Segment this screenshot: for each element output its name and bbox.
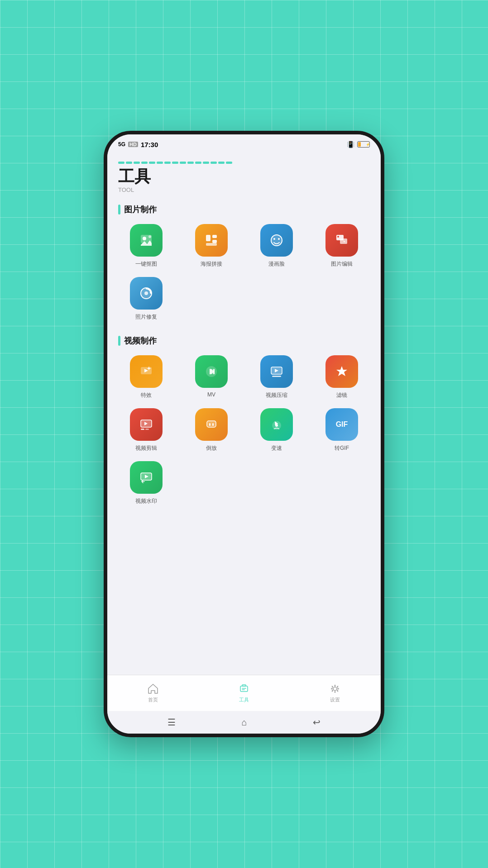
section-title-video: 视频制作	[124, 335, 157, 346]
tool-repair[interactable]: 照片修复	[118, 277, 174, 321]
section-dot-video	[118, 336, 120, 346]
section-header-video: 视频制作	[118, 335, 370, 346]
tool-cutout[interactable]: 一键抠图	[118, 224, 174, 268]
svg-point-15	[144, 291, 148, 295]
svg-point-9	[278, 238, 280, 240]
svg-rect-6	[206, 243, 217, 246]
svg-marker-23	[336, 366, 347, 376]
battery-icon: ⚡	[357, 141, 370, 148]
filter-icon-bg	[325, 355, 358, 388]
filter-label: 滤镜	[336, 391, 347, 399]
nav-settings[interactable]: 设置	[320, 679, 350, 707]
tool-watermark[interactable]: 视频水印	[118, 461, 174, 505]
cutout-icon-bg	[130, 224, 163, 257]
tool-gif[interactable]: GIF 转GIF	[314, 408, 370, 452]
watermark-icon-bg	[130, 461, 163, 494]
poster-icon-bg	[195, 224, 228, 257]
status-time: 17:30	[141, 141, 158, 148]
reverse-icon-bg	[195, 408, 228, 441]
svg-point-8	[273, 238, 275, 240]
tool-reverse[interactable]: 倒放	[183, 408, 239, 452]
cartoon-label: 漫画脸	[268, 260, 285, 268]
tool-speed[interactable]: 变速	[249, 408, 305, 452]
tool-effect[interactable]: 特效	[118, 355, 174, 399]
mv-icon	[203, 363, 220, 380]
filter-icon	[334, 363, 350, 380]
repair-icon	[138, 285, 154, 301]
tool-cartoon[interactable]: 漫画脸	[249, 224, 305, 268]
nav-tools[interactable]: 工具	[229, 679, 259, 707]
editor-icon-bg	[325, 224, 358, 257]
stripe	[149, 162, 155, 164]
gif-text: GIF	[336, 420, 348, 429]
image-section: 图片制作 一键抠图	[118, 204, 370, 321]
tool-poster[interactable]: 海报拼接	[183, 224, 239, 268]
stripe	[172, 162, 178, 164]
svg-point-39	[333, 687, 337, 691]
stripe	[203, 162, 209, 164]
stripe	[187, 162, 194, 164]
cutout-label: 一键抠图	[135, 260, 157, 268]
stripe	[211, 162, 217, 164]
svg-point-1	[143, 237, 146, 240]
cut-icon	[138, 416, 154, 433]
poster-label: 海报拼接	[201, 260, 222, 268]
svg-rect-19	[213, 369, 215, 374]
stripe	[141, 162, 148, 164]
image-grid: 一键抠图 海报拼接	[118, 224, 370, 321]
stripe	[164, 162, 171, 164]
nav-home-label: 首页	[148, 696, 158, 703]
page-title-en: TOOL	[118, 186, 370, 193]
svg-point-12	[337, 236, 339, 238]
svg-rect-36	[242, 685, 246, 686]
status-bar: 5G HD 17:30 📳 ⚡	[107, 134, 381, 154]
tools-nav-icon	[238, 683, 250, 695]
nav-home[interactable]: 首页	[138, 679, 168, 707]
svg-rect-27	[145, 429, 149, 430]
stripe	[134, 162, 140, 164]
stripe	[180, 162, 186, 164]
compress-label: 视频压缩	[266, 391, 287, 399]
tool-cut[interactable]: 视频剪辑	[118, 408, 174, 452]
stripe	[118, 162, 124, 164]
cutout-icon	[138, 232, 154, 248]
home-indicator: ☰ ⌂ ↩	[107, 711, 381, 734]
settings-nav-icon	[329, 683, 341, 695]
header-stripes	[118, 162, 370, 164]
editor-icon	[334, 232, 350, 248]
svg-rect-28	[207, 421, 216, 427]
stripe	[195, 162, 201, 164]
nav-tools-label: 工具	[239, 696, 249, 703]
stripe	[126, 162, 132, 164]
svg-rect-5	[212, 240, 217, 243]
network-icon: HD	[128, 142, 138, 147]
status-right: 📳 ⚡	[347, 141, 370, 148]
signal-icon: 5G	[118, 141, 125, 148]
tool-filter[interactable]: 滤镜	[314, 355, 370, 399]
repair-icon-bg	[130, 277, 163, 310]
tool-mv[interactable]: MV	[183, 355, 239, 399]
cut-icon-bg	[130, 408, 163, 441]
main-content: 工具 TOOL 图片制作	[107, 154, 381, 682]
nav-settings-label: 设置	[330, 696, 340, 703]
tool-editor[interactable]: 图片编辑	[314, 224, 370, 268]
section-title-image: 图片制作	[124, 204, 157, 215]
menu-button[interactable]: ☰	[167, 717, 176, 728]
svg-point-2	[148, 235, 151, 238]
tool-compress[interactable]: 视频压缩	[249, 355, 305, 399]
video-section: 视频制作 特效	[118, 335, 370, 505]
svg-point-32	[275, 424, 278, 427]
svg-rect-35	[240, 686, 248, 692]
back-button[interactable]: ↩	[313, 717, 321, 728]
compress-icon	[268, 363, 285, 380]
cartoon-icon	[268, 232, 285, 248]
effect-label: 特效	[141, 391, 152, 399]
home-nav-icon	[147, 683, 159, 695]
gif-icon-bg: GIF	[325, 408, 358, 441]
editor-label: 图片编辑	[331, 260, 353, 268]
home-button[interactable]: ⌂	[241, 717, 247, 728]
stripe	[218, 162, 225, 164]
svg-rect-30	[212, 423, 214, 426]
page-title-zh: 工具	[118, 167, 370, 186]
section-header-image: 图片制作	[118, 204, 370, 215]
